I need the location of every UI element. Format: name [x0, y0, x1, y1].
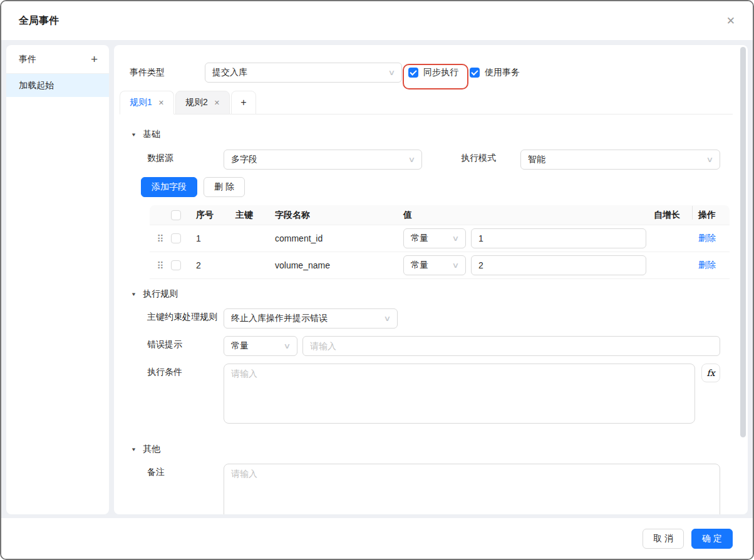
value-input[interactable]: [471, 228, 646, 248]
event-type-label: 事件类型: [130, 67, 205, 78]
event-sidebar: 事件 + 加载起始: [6, 45, 109, 514]
add-rule-tab-button[interactable]: +: [231, 91, 256, 115]
remark-label: 备注: [147, 464, 224, 478]
error-tip-type-value: 常量: [231, 340, 249, 352]
event-type-row: 事件类型 提交入库 ∨ 同步执行 使用事务: [130, 63, 748, 83]
pk-constraint-select[interactable]: 终止入库操作并提示错误 ∨: [224, 308, 398, 328]
tab-rule-1[interactable]: 规则1 ✕: [120, 91, 174, 115]
primary-key-column-header: 主键: [235, 210, 275, 221]
value-type-select[interactable]: 常量 ∨: [403, 228, 466, 248]
sidebar-title: 事件: [19, 54, 36, 65]
row-checkbox[interactable]: [171, 233, 181, 243]
delete-row-link[interactable]: 删除: [698, 233, 716, 243]
delete-selected-button[interactable]: 删 除: [204, 177, 245, 197]
use-transaction-checkbox[interactable]: [470, 68, 480, 78]
event-type-value: 提交入库: [212, 67, 247, 78]
pk-constraint-row: 主键约束处理规则 终止入库操作并提示错误 ∨: [147, 308, 748, 328]
action-column-header: 操作: [698, 210, 730, 221]
select-all-checkbox[interactable]: [171, 210, 181, 220]
table-row: ⠿ 2 volume_name 常量 ∨ 删除: [150, 252, 730, 279]
chevron-down-icon: ∨: [388, 68, 396, 77]
confirm-button[interactable]: 确 定: [691, 529, 733, 549]
fields-table: 序号 主键 字段名称 值 自增长 操作 ⠿ 1 comment_id 常量: [150, 205, 730, 279]
caret-down-icon: ▼: [131, 292, 137, 297]
sync-exec-label: 同步执行: [423, 67, 458, 78]
exec-mode-select[interactable]: 智能 ∨: [520, 150, 720, 170]
dialog-title: 全局事件: [19, 14, 59, 28]
use-transaction-label: 使用事务: [485, 67, 520, 78]
vertical-scrollbar[interactable]: [740, 47, 746, 437]
error-tip-input[interactable]: [302, 336, 720, 356]
sidebar-item-label: 加载起始: [19, 80, 54, 90]
global-event-dialog: 全局事件 ✕ 事件 + 加载起始 事件类型 提交入库 ∨: [0, 0, 754, 560]
error-tip-type-select[interactable]: 常量 ∨: [224, 336, 297, 356]
chevron-down-icon: ∨: [408, 155, 416, 164]
close-icon[interactable]: ✕: [726, 16, 735, 26]
delete-row-link[interactable]: 删除: [698, 260, 716, 270]
field-name-column-header: 字段名称: [275, 210, 403, 221]
drag-handle-icon[interactable]: ⠿: [157, 261, 164, 270]
data-source-row: 数据源 多字段 ∨ 执行模式 智能 ∨: [147, 150, 748, 170]
add-field-button[interactable]: 添加字段: [141, 177, 197, 197]
pk-constraint-value: 终止入库操作并提示错误: [231, 313, 328, 324]
tab-close-icon[interactable]: ✕: [158, 99, 164, 107]
row-index: 2: [196, 260, 235, 270]
exec-condition-label: 执行条件: [147, 364, 224, 378]
exec-mode-value: 智能: [528, 154, 545, 165]
value-type-value: 常量: [411, 233, 428, 244]
field-name-value: comment_id: [275, 233, 403, 243]
table-actions-row: 添加字段 删 除: [141, 177, 748, 197]
error-tip-label: 错误提示: [147, 336, 224, 350]
dialog-footer: 取 消 确 定: [1, 518, 753, 559]
use-transaction-checkbox-item: 使用事务: [470, 67, 520, 78]
event-type-select[interactable]: 提交入库 ∨: [205, 63, 402, 83]
exec-condition-textarea[interactable]: [224, 364, 695, 424]
select-all-cell: [171, 210, 196, 220]
index-column-header: 序号: [196, 210, 235, 221]
remark-textarea[interactable]: [224, 464, 720, 514]
sync-exec-checkbox-item: 同步执行: [408, 67, 458, 78]
value-type-select[interactable]: 常量 ∨: [403, 255, 466, 275]
exec-condition-row: 执行条件 fx: [147, 364, 748, 424]
section-basic-title: 基础: [143, 129, 160, 140]
tab-rule-2[interactable]: 规则2 ✕: [175, 91, 230, 115]
caret-down-icon: ▼: [131, 132, 137, 138]
sidebar-item-load-start[interactable]: 加载起始: [6, 74, 109, 97]
drag-handle-icon[interactable]: ⠿: [157, 234, 164, 243]
chevron-down-icon: ∨: [452, 234, 460, 243]
add-event-icon[interactable]: +: [91, 53, 98, 65]
section-other-header[interactable]: ▼ 其他: [131, 444, 748, 455]
chevron-down-icon: ∨: [452, 261, 460, 270]
row-checkbox[interactable]: [171, 260, 181, 270]
dialog-header: 全局事件 ✕: [1, 1, 753, 40]
plus-icon: +: [240, 97, 246, 108]
main-panel: 事件类型 提交入库 ∨ 同步执行 使用事务 规则1: [114, 45, 748, 514]
error-tip-row: 错误提示 常量 ∨: [147, 336, 748, 356]
fx-formula-button[interactable]: fx: [701, 364, 720, 382]
sync-exec-checkbox[interactable]: [408, 68, 418, 78]
table-header-row: 序号 主键 字段名称 值 自增长 操作: [150, 205, 730, 225]
section-exec-rules-header[interactable]: ▼ 执行规则: [131, 288, 748, 300]
value-column-header: 值: [403, 210, 654, 221]
sidebar-header: 事件 +: [6, 45, 109, 74]
chevron-down-icon: ∨: [384, 314, 391, 323]
section-exec-rules-title: 执行规则: [143, 288, 178, 300]
value-input[interactable]: [471, 255, 646, 275]
tab-rule-1-label: 规则1: [130, 97, 152, 108]
dialog-body: 事件 + 加载起始 事件类型 提交入库 ∨ 同步执行: [1, 40, 753, 518]
cancel-button[interactable]: 取 消: [643, 529, 684, 549]
value-type-value: 常量: [411, 260, 428, 271]
data-source-select[interactable]: 多字段 ∨: [224, 150, 422, 170]
chevron-down-icon: ∨: [284, 342, 291, 350]
caret-down-icon: ▼: [131, 447, 137, 452]
remark-row: 备注: [147, 464, 748, 514]
data-source-label: 数据源: [147, 150, 224, 164]
data-source-value: 多字段: [231, 154, 257, 165]
tab-close-icon[interactable]: ✕: [214, 99, 220, 107]
rule-tabs: 规则1 ✕ 规则2 ✕ +: [120, 90, 733, 115]
section-basic-header[interactable]: ▼ 基础: [131, 129, 748, 140]
pk-constraint-label: 主键约束处理规则: [147, 308, 224, 323]
tab-rule-2-label: 规则2: [185, 97, 208, 108]
section-other-title: 其他: [143, 444, 160, 455]
chevron-down-icon: ∨: [706, 155, 714, 164]
